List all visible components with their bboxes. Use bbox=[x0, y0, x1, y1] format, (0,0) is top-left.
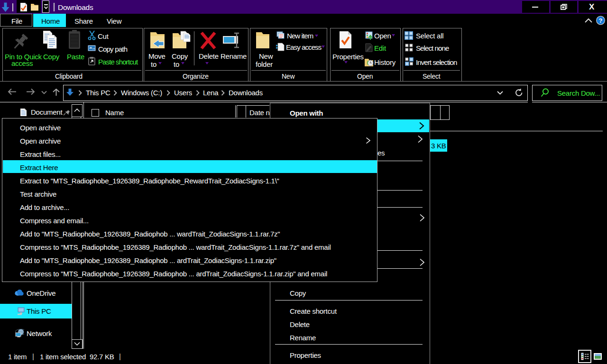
svg-text:?: ? bbox=[599, 17, 603, 24]
